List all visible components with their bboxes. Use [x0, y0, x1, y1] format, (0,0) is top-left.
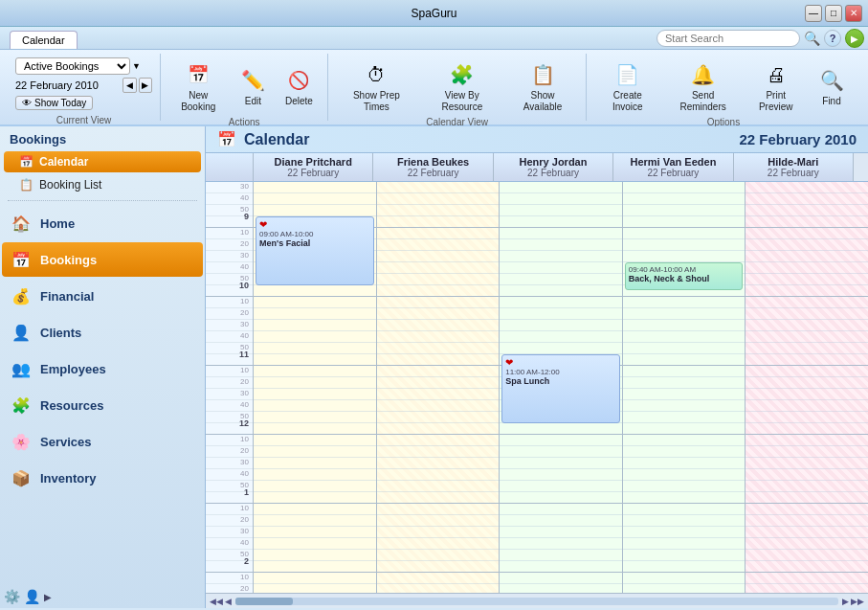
app-title: SpaGuru [411, 7, 456, 20]
toolbar: Active Bookings ▼ 22 February 2010 ◀ ▶ 👁… [0, 50, 868, 126]
hscroll-next-button[interactable]: ▶ [842, 597, 849, 606]
options-section: 📄 Create Invoice 🔔 Send Reminders 🖨 Prin… [587, 54, 860, 121]
hscroll-right-button[interactable]: ▶▶ [851, 597, 864, 606]
search-button[interactable]: 🔍 [804, 31, 820, 46]
maximize-button[interactable]: □ [825, 5, 842, 22]
resource-col-2[interactable]: ❤11:00 AM-12:00Spa Lunch [500, 182, 623, 593]
hscroll-left-button[interactable]: ◀◀ [210, 597, 223, 606]
show-prep-times-button[interactable]: ⏱ Show Prep Times [336, 57, 416, 115]
sidebar-item-financial[interactable]: 💰 Financial [2, 279, 203, 313]
user-icon[interactable]: 👤 [24, 589, 40, 604]
calendar-title-row: 📅 Calendar [217, 130, 309, 148]
horizontal-scrollbar[interactable]: ◀◀ ◀ ▶ ▶▶ [206, 593, 868, 608]
options-buttons: 📄 Create Invoice 🔔 Send Reminders 🖨 Prin… [594, 54, 853, 115]
col-date-0: 22 February [256, 168, 370, 178]
resource-col-0[interactable]: ❤09:00 AM-10:00Men's Facial [254, 182, 377, 593]
time-column: 3040509102030405010102030405011102030405… [206, 182, 254, 593]
find-label: Find [822, 96, 840, 107]
view-dropdown[interactable]: Active Bookings [15, 57, 130, 75]
sidebar-bottom: ⚙️ 👤 ▶ [0, 585, 205, 608]
view-by-resource-label: View By Resource [424, 90, 500, 113]
services-label: Services [40, 435, 92, 449]
bookings-icon: 📅 [10, 248, 33, 271]
new-booking-button[interactable]: 📅 New Booking [168, 57, 228, 115]
sidebar-item-inventory[interactable]: 📦 Inventory [2, 461, 203, 495]
version-text: ▶ [44, 592, 52, 602]
print-preview-button[interactable]: 🖨 Print Preview [745, 57, 807, 115]
clients-icon: 👤 [10, 321, 33, 344]
sidebar-item-services[interactable]: 🌸 Services [2, 424, 203, 459]
calendar-header-date: 22 February 2010 [739, 131, 857, 147]
clients-label: Clients [40, 326, 81, 340]
current-date: 22 February 2010 [15, 79, 121, 91]
time-gutter-header [206, 153, 254, 181]
show-today-label: Show Today [34, 98, 86, 108]
sidebar-item-home[interactable]: 🏠 Home [2, 206, 203, 240]
sidebar-item-bookings[interactable]: 📅 Bookings [2, 242, 203, 277]
sidebar-item-calendar[interactable]: 📅 Calendar [4, 151, 201, 172]
find-icon: 🔍 [816, 65, 847, 96]
show-available-label: Show Available [511, 90, 574, 113]
financial-icon: 💰 [10, 284, 33, 307]
clock-icon: ⏱ [361, 59, 391, 90]
inventory-label: Inventory [40, 471, 97, 486]
col-header-2: Henry Jordan 22 February [494, 153, 613, 181]
show-available-button[interactable]: 📋 Show Available [507, 57, 578, 115]
search-input[interactable] [657, 30, 800, 47]
resource-col-4[interactable] [746, 182, 868, 593]
play-button[interactable]: ▶ [845, 29, 864, 48]
settings-icon[interactable]: ⚙️ [4, 589, 20, 604]
view-by-resource-button[interactable]: 🧩 View By Resource [420, 57, 503, 115]
sidebar-item-booking-list[interactable]: 📋 Booking List [4, 174, 201, 195]
content-header: 📅 Calendar 22 February 2010 [206, 126, 868, 153]
calendar-body[interactable]: 3040509102030405010102030405011102030405… [206, 182, 868, 593]
col-header-3: Hermi Van Eeden 22 February [613, 153, 733, 181]
send-reminders-label: Send Reminders [669, 90, 738, 113]
calendar-view-buttons: ⏱ Show Prep Times 🧩 View By Resource 📋 S… [336, 54, 577, 115]
delete-button[interactable]: 🚫 Delete [278, 63, 320, 109]
show-today-button[interactable]: 👁 Show Today [15, 96, 93, 110]
resource-col-3[interactable]: 09:40 AM-10:00 AMBack, Neck & Shoul [623, 182, 746, 593]
titlebar: SpaGuru — □ ✕ [0, 0, 868, 27]
heart-icon: ❤ [259, 219, 370, 230]
minimize-button[interactable]: — [805, 5, 822, 22]
col-date-2: 22 February [496, 168, 611, 178]
booking-mens-facial[interactable]: ❤09:00 AM-10:00Men's Facial [256, 216, 374, 285]
home-icon: 🏠 [10, 212, 33, 235]
booking-time: 09:40 AM-10:00 AM [629, 265, 740, 274]
sidebar-item-clients[interactable]: 👤 Clients [2, 315, 203, 350]
find-button[interactable]: 🔍 Find [811, 63, 853, 109]
calendar-page-title: Calendar [244, 131, 309, 148]
hscroll-prev-button[interactable]: ◀ [225, 597, 232, 606]
calendar-icon-header: 📅 [217, 130, 236, 148]
print-preview-label: Print Preview [748, 90, 803, 113]
col-name-3: Hermi Van Eeden [615, 156, 730, 168]
col-date-3: 22 February [615, 168, 730, 178]
delete-label: Delete [285, 96, 313, 107]
sidebar-item-resources[interactable]: 🧩 Resources [2, 388, 203, 422]
booking-back-neck[interactable]: 09:40 AM-10:00 AMBack, Neck & Shoul [625, 262, 744, 290]
edit-button[interactable]: ✏️ Edit [232, 63, 274, 109]
col-name-4: Hilde-Mari [736, 156, 851, 168]
close-button[interactable]: ✕ [845, 5, 862, 22]
booking-time: 09:00 AM-10:00 [259, 230, 370, 238]
resource-col-1[interactable] [377, 182, 501, 593]
date-next-button[interactable]: ▶ [139, 78, 153, 93]
col-name-0: Diane Pritchard [256, 156, 370, 168]
financial-label: Financial [40, 289, 94, 304]
booking-title: Men's Facial [259, 238, 370, 248]
new-booking-label: New Booking [172, 90, 224, 113]
hscroll-track[interactable] [235, 598, 838, 605]
sidebar-item-employees[interactable]: 👥 Employees [2, 351, 203, 386]
col-header-4: Hilde-Mari 22 February [734, 153, 853, 181]
send-reminders-button[interactable]: 🔔 Send Reminders [665, 57, 742, 115]
help-button[interactable]: ? [824, 30, 841, 47]
action-buttons: 📅 New Booking ✏️ Edit 🚫 Delete [168, 54, 320, 115]
date-prev-button[interactable]: ◀ [122, 78, 137, 93]
current-view-section: Active Bookings ▼ 22 February 2010 ◀ ▶ 👁… [8, 54, 161, 121]
booking-spa-lunch[interactable]: ❤11:00 AM-12:00Spa Lunch [501, 354, 620, 423]
create-invoice-button[interactable]: 📄 Create Invoice [594, 57, 661, 115]
available-icon: 📋 [527, 59, 558, 90]
calendar-tab[interactable]: Calendar [10, 31, 78, 49]
hscroll-thumb[interactable] [235, 598, 293, 605]
